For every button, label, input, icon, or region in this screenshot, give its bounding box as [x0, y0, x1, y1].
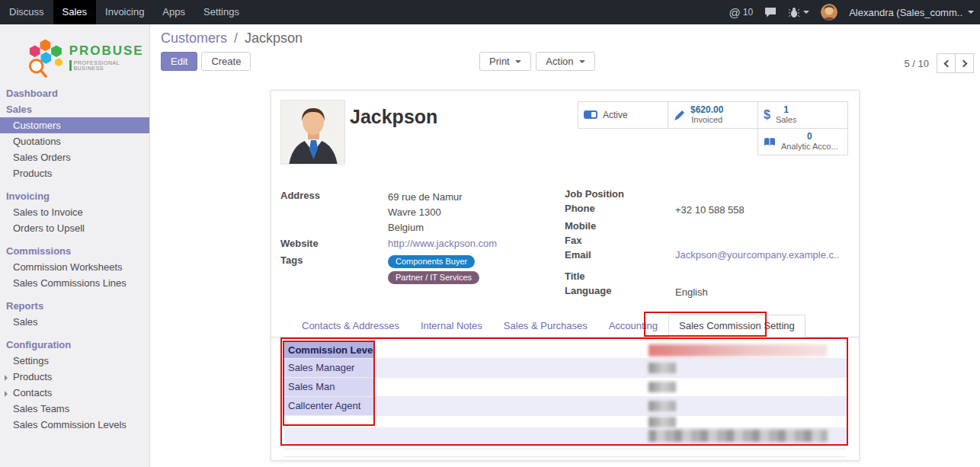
stat-spacer — [668, 128, 758, 155]
tab-sales-purchases[interactable]: Sales & Purchases — [493, 315, 598, 337]
active-label: Active — [603, 110, 628, 120]
action-dropdown-button[interactable]: Action — [536, 52, 595, 71]
invoiced-stat-button[interactable]: $620.00 Invoiced — [668, 101, 758, 129]
menu-invoicing[interactable]: Invoicing — [96, 0, 153, 24]
empty-cell — [284, 428, 375, 443]
sidebar-heading-sales[interactable]: Sales — [0, 101, 149, 117]
sidebar-item-label: Contacts — [13, 387, 52, 398]
breadcrumb-current: Jackpson — [245, 30, 303, 46]
customer-photo[interactable] — [280, 100, 345, 165]
sidebar-item-sales-commissions-lines[interactable]: Sales Commissions Lines — [0, 275, 149, 291]
analytic-stat-button[interactable]: 0 Analytic Acco... — [757, 128, 848, 155]
sidebar-heading-dashboard[interactable]: Dashboard — [0, 85, 149, 101]
sidebar-item-commission-worksheets[interactable]: Commission Worksheets — [0, 259, 149, 275]
sidebar-item-config-contacts[interactable]: Contacts — [0, 385, 149, 401]
commission-level-cell: Sales Man — [284, 378, 375, 396]
expand-caret-icon — [5, 391, 11, 397]
sidebar-item-products[interactable]: Products — [0, 165, 149, 181]
table-row-empty[interactable] — [284, 428, 847, 443]
logo-title: PROBUSE — [69, 43, 149, 59]
print-dropdown-button[interactable]: Print — [479, 52, 531, 71]
stat-spacer — [578, 128, 668, 155]
sales-count-value: 1 — [776, 105, 797, 115]
sidebar-heading-reports[interactable]: Reports — [0, 298, 149, 314]
tag-partner-it-services[interactable]: Partner / IT Services — [388, 271, 479, 284]
sidebar-item-sales-commission-levels[interactable]: Sales Commission Levels — [0, 417, 149, 433]
menu-discuss[interactable]: Discuss — [0, 0, 53, 24]
sidebar-heading-invoicing[interactable]: Invoicing — [0, 188, 149, 204]
sidebar-heading-configuration[interactable]: Configuration — [0, 337, 149, 353]
pager: 5 / 10 — [904, 53, 974, 73]
user-avatar[interactable] — [821, 4, 837, 21]
dollar-icon: $ — [764, 108, 770, 122]
menu-settings[interactable]: Settings — [194, 0, 248, 24]
top-navbar: Discuss Sales Invoicing Apps Settings @ … — [0, 0, 980, 24]
redacted-value-cell — [649, 430, 828, 442]
sidebar-heading-commissions[interactable]: Commissions — [0, 243, 149, 259]
mention-count: 10 — [743, 7, 753, 18]
table-row-sales-man[interactable]: Sales Man — [284, 378, 847, 397]
tag-components-buyer[interactable]: Components Buyer — [388, 255, 475, 268]
user-menu[interactable]: Alexandra (Sales_comm.. — [849, 7, 962, 18]
mentions-counter[interactable]: @ 10 — [729, 6, 754, 19]
redacted-value-cell — [649, 401, 676, 411]
field-column-right: Job Position Phone+32 10 588 558 Mobile … — [565, 188, 856, 302]
breadcrumb-customers[interactable]: Customers — [161, 30, 227, 46]
caret-down-icon — [579, 60, 585, 66]
mobile-field-label: Mobile — [565, 220, 675, 232]
sidebar-item-reports-sales[interactable]: Sales — [0, 314, 149, 330]
logo-subtitle: PROFESSIONAL BUSINESS — [69, 60, 149, 71]
sidebar-item-quotations[interactable]: Quotations — [0, 133, 149, 149]
address-field-value: 69 rue de Namur Wavre 1300 Belgium — [388, 190, 463, 235]
commission-table-header-row: Commission Level — [284, 341, 847, 359]
pager-next-button[interactable] — [955, 53, 974, 73]
control-panel-actions: Print Action — [479, 52, 595, 71]
sidebar-item-settings[interactable]: Settings — [0, 353, 149, 369]
sidebar-item-customers[interactable]: Customers — [0, 117, 149, 133]
redacted-value-cell — [649, 417, 676, 427]
menu-sales[interactable]: Sales — [53, 0, 97, 24]
sidebar-item-sales-teams[interactable]: Sales Teams — [0, 401, 149, 417]
sales-stat-button[interactable]: $ 1 Sales — [757, 101, 848, 129]
debug-icon[interactable] — [788, 7, 809, 18]
stat-buttons: Active $620.00 Invoiced $ 1 Sales — [578, 102, 848, 155]
chevron-right-icon — [959, 59, 967, 67]
email-link[interactable]: Jackpson@yourcompany.example.c.. — [675, 249, 839, 261]
language-field-label: Language — [565, 285, 675, 300]
tab-contacts-addresses[interactable]: Contacts & Addresses — [291, 315, 410, 337]
edit-button[interactable]: Edit — [161, 52, 197, 71]
active-stat-button[interactable]: Active — [578, 101, 668, 129]
phone-field-label: Phone — [565, 203, 675, 218]
redacted-value-cell — [649, 363, 676, 373]
tab-accounting[interactable]: Accounting — [598, 315, 668, 337]
sidebar-item-sales-orders[interactable]: Sales Orders — [0, 149, 149, 165]
commission-level-cell: Callcenter Agent — [284, 397, 375, 415]
sidebar-item-sales-to-invoice[interactable]: Sales to Invoice — [0, 204, 149, 220]
empty-cell — [284, 416, 375, 427]
pager-previous-button[interactable] — [937, 53, 956, 73]
table-row-callcenter-agent[interactable]: Callcenter Agent — [284, 397, 847, 416]
job-position-field-label: Job Position — [565, 188, 675, 200]
table-row-empty[interactable] — [284, 416, 847, 428]
commission-level-header: Commission Level — [284, 341, 375, 358]
user-caret-down-icon — [968, 11, 974, 17]
main-content: Customers / Jackpson Edit Create Print A… — [150, 24, 980, 467]
sidebar-item-config-products[interactable]: Products — [0, 369, 149, 385]
messages-icon[interactable] — [764, 7, 777, 18]
create-button[interactable]: Create — [201, 52, 251, 71]
fax-field-label: Fax — [565, 235, 675, 247]
tab-internal-notes[interactable]: Internal Notes — [410, 315, 493, 337]
website-link[interactable]: http://www.jackpson.com — [388, 238, 497, 250]
menu-apps[interactable]: Apps — [153, 0, 194, 24]
book-icon — [764, 137, 776, 147]
caret-down-icon — [803, 11, 809, 17]
address-line-2: Wavre 1300 — [388, 205, 463, 220]
sidebar-item-orders-to-upsell[interactable]: Orders to Upsell — [0, 220, 149, 236]
sidebar-item-label: Products — [13, 371, 52, 382]
invoiced-label: Invoiced — [690, 115, 723, 125]
redacted-value-cell — [649, 382, 676, 392]
tab-sales-commission-setting[interactable]: Sales Commission Setting — [668, 315, 805, 337]
address-line-3: Belgium — [388, 220, 463, 235]
table-row-sales-manager[interactable]: Sales Manager — [284, 359, 847, 378]
customer-form-sheet: Jackpson Active $620.00 Invoiced — [271, 90, 860, 461]
